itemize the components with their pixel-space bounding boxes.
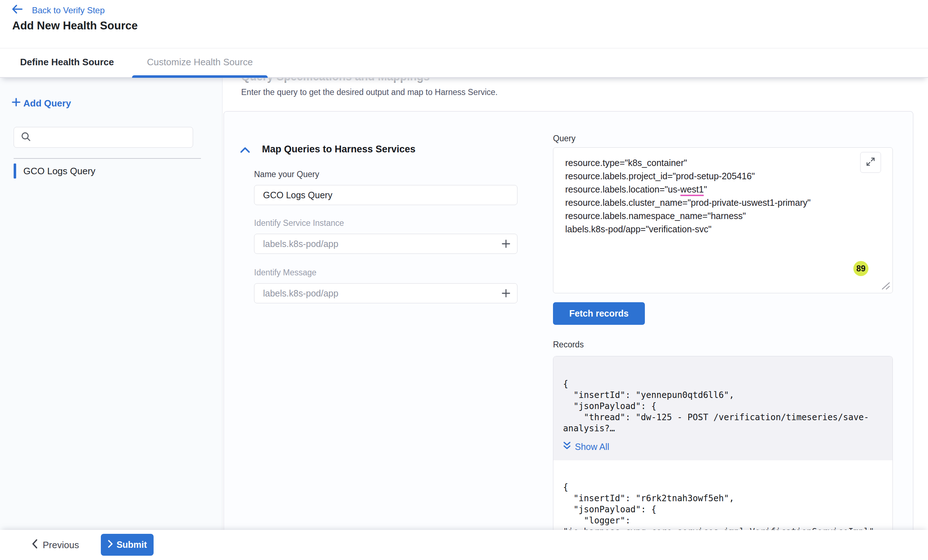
query-name-input[interactable] (263, 190, 511, 201)
service-instance-label: Identify Service Instance (254, 218, 344, 228)
query-search-box (14, 127, 193, 148)
records-panel: { "insertId": "yennepun0qtd6ll6", "jsonP… (553, 356, 893, 530)
service-instance-field (254, 234, 517, 254)
sidebar-divider (14, 158, 201, 159)
fetch-records-button[interactable]: Fetch records (553, 302, 645, 325)
query-mapping-panel: Map Queries to Harness Services Name you… (224, 111, 913, 530)
records-label: Records (553, 340, 584, 350)
record-card-1[interactable]: { "insertId": "yennepun0qtd6ll6", "jsonP… (553, 356, 893, 460)
back-arrow-icon (12, 4, 23, 16)
query-line: labels.k8s-pod/app="verification-svc" (565, 223, 810, 236)
name-query-label: Name your Query (254, 170, 319, 179)
query-item-label: GCO Logs Query (23, 166, 95, 177)
submit-button[interactable]: Submit (101, 534, 154, 556)
query-name-field (254, 185, 517, 205)
plus-icon (11, 97, 21, 110)
query-list-item-gco-logs[interactable]: GCO Logs Query (14, 163, 95, 178)
section-subheading: Enter the query to get the desired outpu… (241, 87, 498, 97)
back-to-verify-step-link[interactable]: Back to Verify Step (12, 4, 105, 16)
add-query-label: Add Query (23, 98, 71, 109)
record-1-json: { "insertId": "yennepun0qtd6ll6", "jsonP… (563, 379, 869, 434)
query-label: Query (553, 134, 575, 143)
show-all-label: Show All (575, 442, 609, 452)
active-item-indicator (14, 163, 16, 178)
query-line: resource.labels.namespace_name="harness" (565, 209, 810, 223)
resize-handle[interactable] (879, 280, 891, 292)
identify-message-add-icon[interactable] (501, 288, 511, 299)
expand-query-button[interactable] (860, 152, 881, 173)
previous-button[interactable]: Previous (32, 530, 79, 560)
previous-label: Previous (43, 540, 79, 551)
query-line: resource.labels.cluster_name="prod-priva… (565, 196, 810, 209)
wizard-footer: Previous Submit (0, 530, 928, 560)
show-all-link[interactable]: Show All (563, 441, 609, 453)
search-input[interactable] (36, 132, 181, 143)
chevron-left-icon (32, 539, 38, 551)
tab-define-health-source[interactable]: Define Health Source (14, 48, 120, 76)
identify-message-label: Identify Message (254, 268, 316, 277)
record-2-json[interactable]: { "insertId": "r6rk2tnah3owf5eh", "jsonP… (563, 482, 874, 530)
back-link-label: Back to Verify Step (32, 5, 105, 15)
identify-message-field (254, 283, 517, 303)
service-instance-add-icon[interactable] (501, 238, 511, 249)
add-query-button[interactable]: Add Query (11, 97, 71, 110)
page-title: Add New Health Source (12, 19, 138, 32)
fullscreen-icon (865, 157, 876, 168)
spellcheck-underlined-text: west1 (681, 184, 704, 196)
query-text: resource.type="k8s_container" resource.l… (565, 156, 810, 236)
tab-customize-health-source[interactable]: Customize Health Source (132, 48, 268, 76)
query-sidebar: Add Query GCO Logs Query (0, 77, 223, 530)
chevron-right-icon (108, 540, 113, 550)
query-editor[interactable]: resource.type="k8s_container" resource.l… (553, 148, 893, 293)
page-header: Back to Verify Step Add New Health Sourc… (0, 0, 928, 49)
chevron-up-icon[interactable] (240, 147, 250, 155)
query-line: resource.labels.project_id="prod-setup-2… (565, 170, 810, 183)
map-queries-title: Map Queries to Harness Services (262, 144, 415, 155)
service-instance-input[interactable] (263, 238, 501, 250)
query-line: resource.labels.location="us-west1" (565, 183, 810, 196)
double-chevron-down-icon (563, 441, 571, 453)
add-health-source-page: Back to Verify Step Add New Health Sourc… (0, 0, 928, 560)
search-icon (20, 131, 31, 143)
identify-message-input[interactable] (263, 288, 501, 299)
active-tab-underline (132, 75, 268, 78)
query-line: resource.type="k8s_container" (565, 156, 810, 170)
submit-label: Submit (117, 540, 147, 550)
health-source-tabbar: Define Health Source Customize Health So… (0, 48, 928, 78)
char-count-badge: 89 (853, 261, 868, 276)
